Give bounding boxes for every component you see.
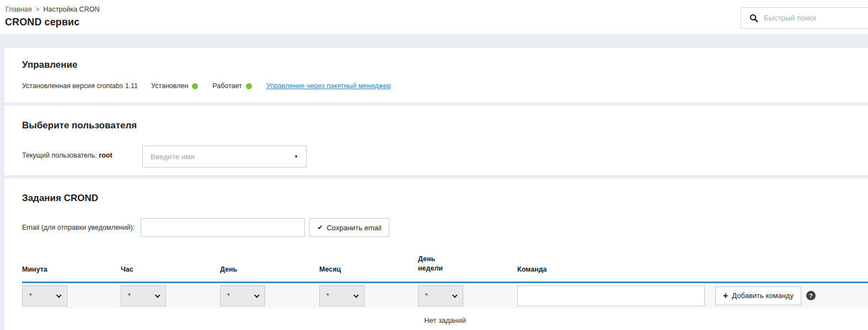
minute-cell: *: [22, 285, 121, 306]
column-header-command: Команда: [517, 266, 868, 273]
empty-tasks-message: Нет заданий: [22, 309, 868, 324]
plus-icon: +: [723, 291, 728, 300]
email-label: Email (для отправки уведомлений):: [22, 224, 135, 231]
column-header-hour: Час: [121, 266, 220, 273]
hour-cell: *: [121, 285, 220, 306]
breadcrumb-home-link[interactable]: Главная: [6, 6, 32, 13]
day-select-value: *: [227, 292, 230, 300]
management-section-title: Управление: [22, 59, 850, 71]
quick-search-input[interactable]: [764, 14, 868, 22]
hour-select-value: *: [128, 292, 131, 300]
installed-status: Установлен: [151, 82, 198, 90]
user-select-section-title: Выберите пользователя: [22, 120, 850, 131]
weekday-cell: *: [418, 285, 517, 306]
column-header-day: День: [220, 266, 319, 273]
cron-tasks-section: Задания CROND Email (для отправки уведом…: [4, 178, 868, 330]
column-header-month: Месяц: [319, 266, 418, 273]
column-header-minute: Минута: [22, 266, 121, 273]
day-select[interactable]: *: [220, 285, 265, 306]
running-status-dot-icon: [246, 83, 252, 89]
minute-select[interactable]: *: [22, 285, 67, 306]
weekday-select[interactable]: *: [418, 285, 463, 306]
installed-status-label: Установлен: [151, 82, 188, 90]
user-name-dropdown-placeholder: Введите имя: [151, 153, 195, 161]
breadcrumb-current: Настройка CRON: [44, 6, 100, 13]
current-user-value: root: [99, 152, 112, 159]
month-select[interactable]: *: [319, 285, 365, 306]
search-icon: [749, 14, 758, 23]
installed-version-text: Установленная версия crontabs 1.11: [22, 82, 138, 90]
management-section: Управление Установленная версия crontabs…: [4, 48, 868, 102]
save-email-button[interactable]: ✔ Сохранить email: [309, 218, 389, 237]
quick-search-box[interactable]: [741, 7, 868, 29]
month-cell: *: [319, 285, 418, 306]
month-select-value: *: [326, 292, 329, 300]
command-input[interactable]: [517, 285, 705, 306]
hour-select[interactable]: *: [121, 285, 166, 306]
chevron-down-icon: [353, 293, 359, 298]
weekday-select-value: *: [425, 292, 428, 300]
dropdown-arrow-icon: ▼: [294, 154, 298, 159]
add-command-button-label: Добавить команду: [732, 291, 794, 300]
cron-tasks-section-title: Задания CROND: [22, 193, 868, 204]
check-icon: ✔: [317, 224, 323, 231]
user-select-row: Текущий пользователь: root Введите имя ▼: [22, 145, 850, 167]
page-header: Главная > Настройка CRON CROND сервис: [0, 0, 868, 34]
chevron-down-icon: [155, 293, 160, 298]
column-header-weekday-text: День недели: [418, 255, 446, 273]
cron-table: Минута Час День Месяц День недели Команд…: [22, 255, 868, 324]
package-manager-link[interactable]: Управление через пакетный менеджер: [266, 82, 391, 90]
breadcrumb: Главная > Настройка CRON: [6, 6, 99, 13]
save-email-button-label: Сохранить email: [326, 224, 381, 232]
current-user-label: Текущий пользователь: root: [22, 152, 112, 159]
help-icon[interactable]: ?: [806, 291, 816, 300]
chevron-down-icon: [452, 293, 458, 298]
new-task-row: * * * *: [22, 283, 868, 309]
running-status-label: Работает: [212, 82, 242, 90]
installed-status-dot-icon: [192, 83, 198, 89]
add-command-button[interactable]: + Добавить команду: [715, 286, 801, 305]
user-select-section: Выберите пользователя Текущий пользовате…: [4, 106, 868, 175]
current-user-label-text: Текущий пользователь:: [22, 152, 97, 159]
management-info-row: Установленная версия crontabs 1.11 Устан…: [22, 82, 850, 90]
running-status: Работает: [212, 82, 252, 90]
user-name-dropdown[interactable]: Введите имя ▼: [142, 145, 307, 167]
command-cell: + Добавить команду ?: [517, 285, 868, 306]
chevron-down-icon: [56, 293, 62, 298]
page-title: CROND сервис: [5, 17, 79, 28]
breadcrumb-separator: >: [36, 6, 40, 13]
email-row: Email (для отправки уведомлений): ✔ Сохр…: [22, 218, 868, 237]
email-input[interactable]: [141, 218, 305, 237]
chevron-down-icon: [254, 293, 260, 298]
column-header-weekday: День недели: [418, 255, 517, 273]
cron-table-header: Минута Час День Месяц День недели Команд…: [22, 255, 868, 283]
minute-select-value: *: [29, 292, 32, 300]
day-cell: *: [220, 285, 319, 306]
